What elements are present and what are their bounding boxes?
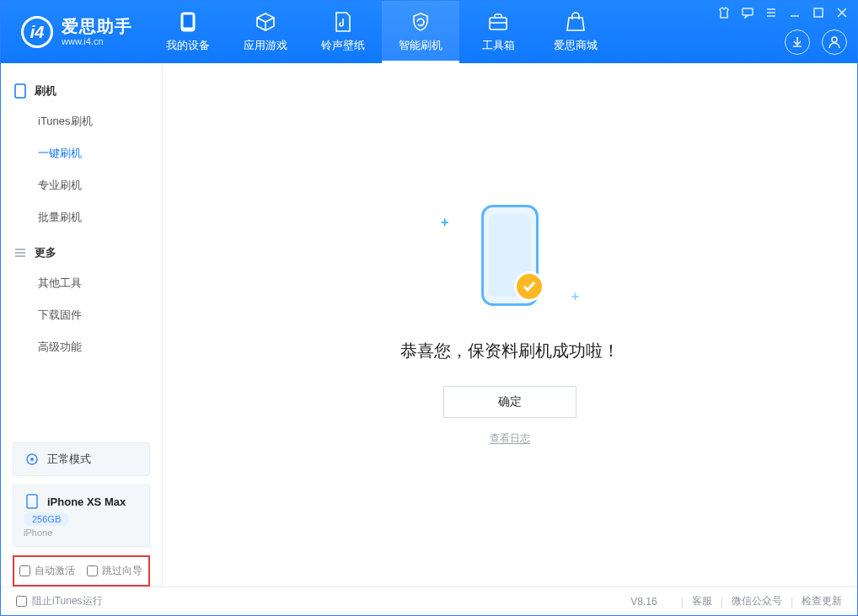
close-icon[interactable] xyxy=(835,6,849,19)
wechat-link[interactable]: 微信公众号 xyxy=(732,594,782,608)
nav-ringtones[interactable]: 铃声壁纸 xyxy=(304,1,382,63)
phone-icon xyxy=(180,11,196,33)
sidebar-item-download-firmware[interactable]: 下载固件 xyxy=(1,299,162,331)
svg-rect-2 xyxy=(490,18,507,29)
device-card[interactable]: iPhone XS Max 256GB iPhone xyxy=(13,485,150,547)
device-icon xyxy=(24,494,40,509)
logo: i4 爱思助手 www.i4.cn xyxy=(1,1,149,63)
phone-small-icon xyxy=(14,83,26,99)
body: 刷机 iTunes刷机 一键刷机 专业刷机 批量刷机 更多 其他工具 下载固件 … xyxy=(1,63,857,587)
sparkle-icon: + xyxy=(441,215,448,230)
mode-icon xyxy=(24,453,40,466)
mode-label: 正常模式 xyxy=(47,452,91,467)
cube-icon xyxy=(255,11,276,33)
svg-rect-6 xyxy=(15,84,25,98)
main-content: + + 恭喜您，保资料刷机成功啦！ 确定 查看日志 xyxy=(163,63,857,587)
sparkle-icon: + xyxy=(571,289,579,304)
sidebar-item-other-tools[interactable]: 其他工具 xyxy=(1,267,162,299)
ok-button[interactable]: 确定 xyxy=(443,386,576,418)
sidebar-item-batch-flash[interactable]: 批量刷机 xyxy=(1,201,162,233)
check-badge-icon xyxy=(514,271,544,302)
version-label: V8.16 xyxy=(630,596,657,608)
sidebar-item-one-click-flash[interactable]: 一键刷机 xyxy=(1,137,162,169)
nav-store[interactable]: 爱思商城 xyxy=(537,1,614,63)
skin-icon[interactable] xyxy=(717,6,731,19)
header: i4 爱思助手 www.i4.cn 我的设备 应用游戏 铃声壁纸 智能刷机 xyxy=(1,1,857,63)
svg-rect-4 xyxy=(814,8,823,17)
sidebar-section-flash[interactable]: 刷机 xyxy=(1,77,162,105)
skip-guide-checkbox[interactable]: 跳过向导 xyxy=(87,564,142,578)
header-actions xyxy=(785,29,847,55)
bag-icon xyxy=(566,11,585,33)
svg-point-5 xyxy=(832,37,837,42)
menu-icon[interactable] xyxy=(764,6,778,19)
sidebar-item-pro-flash[interactable]: 专业刷机 xyxy=(1,169,162,201)
nav-label: 应用游戏 xyxy=(244,38,287,53)
view-log-link[interactable]: 查看日志 xyxy=(490,431,530,446)
device-name: iPhone XS Max xyxy=(47,495,126,508)
sidebar: 刷机 iTunes刷机 一键刷机 专业刷机 批量刷机 更多 其他工具 下载固件 … xyxy=(1,63,163,587)
svg-rect-3 xyxy=(743,8,753,15)
app-window: i4 爱思助手 www.i4.cn 我的设备 应用游戏 铃声壁纸 智能刷机 xyxy=(0,0,858,616)
sidebar-item-advanced[interactable]: 高级功能 xyxy=(1,331,162,363)
nav-my-device[interactable]: 我的设备 xyxy=(149,1,227,63)
download-icon[interactable] xyxy=(785,29,810,55)
nav-apps[interactable]: 应用游戏 xyxy=(227,1,304,63)
flash-options-box: 自动激活 跳过向导 xyxy=(13,555,150,587)
customer-service-link[interactable]: 客服 xyxy=(692,594,712,608)
section-title: 更多 xyxy=(35,245,56,260)
brand-site: www.i4.cn xyxy=(62,36,132,47)
block-itunes-checkbox[interactable]: 阻止iTunes运行 xyxy=(16,594,103,608)
svg-rect-1 xyxy=(183,14,193,28)
brand-name: 爱思助手 xyxy=(62,16,132,36)
device-type: iPhone xyxy=(24,528,52,538)
nav-label: 智能刷机 xyxy=(399,38,442,53)
minimize-icon[interactable] xyxy=(788,6,802,19)
sidebar-item-itunes-flash[interactable]: iTunes刷机 xyxy=(1,105,162,137)
nav-label: 我的设备 xyxy=(166,38,210,53)
check-update-link[interactable]: 检查更新 xyxy=(802,594,842,608)
nav-label: 爱思商城 xyxy=(554,38,598,53)
maximize-icon[interactable] xyxy=(812,6,825,19)
logo-icon: i4 xyxy=(21,16,53,48)
titlebar-controls xyxy=(717,6,849,19)
section-title: 刷机 xyxy=(35,83,56,99)
nav-label: 铃声壁纸 xyxy=(321,38,365,53)
toolbox-icon xyxy=(488,11,508,33)
shield-refresh-icon xyxy=(410,11,431,33)
nav-label: 工具箱 xyxy=(482,38,515,53)
nav-smart-flash[interactable]: 智能刷机 xyxy=(382,1,459,63)
svg-rect-9 xyxy=(27,495,37,508)
user-icon[interactable] xyxy=(822,29,847,55)
sidebar-section-more[interactable]: 更多 xyxy=(1,238,162,267)
svg-point-8 xyxy=(30,458,34,461)
success-title: 恭喜您，保资料刷机成功啦！ xyxy=(400,340,619,362)
feedback-icon[interactable] xyxy=(741,6,754,19)
music-file-icon xyxy=(335,11,351,33)
statusbar: 阻止iTunes运行 V8.16 | 客服 | 微信公众号 | 检查更新 xyxy=(1,587,857,615)
main-nav: 我的设备 应用游戏 铃声壁纸 智能刷机 工具箱 爱思商城 xyxy=(149,1,614,63)
device-mode-card[interactable]: 正常模式 xyxy=(13,442,150,476)
list-icon xyxy=(14,247,26,259)
nav-toolbox[interactable]: 工具箱 xyxy=(459,1,537,63)
device-storage: 256GB xyxy=(24,512,69,526)
success-illustration: + + xyxy=(459,205,560,314)
auto-activate-checkbox[interactable]: 自动激活 xyxy=(19,564,75,578)
